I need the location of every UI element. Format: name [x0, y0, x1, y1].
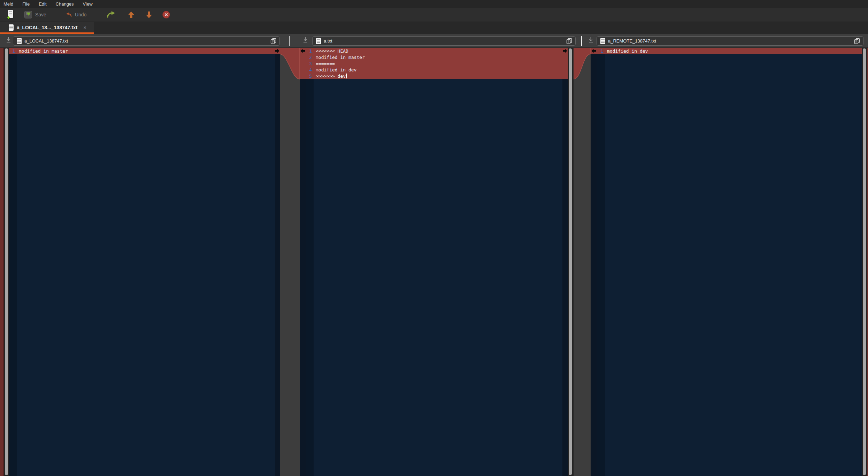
- line-number: 1: [306, 48, 314, 54]
- save-pane-left-button[interactable]: [5, 37, 12, 45]
- editor-right[interactable]: [605, 48, 862, 476]
- pane-separator[interactable]: [289, 36, 290, 46]
- copy-icon: [854, 38, 860, 44]
- line-text: modified in master: [314, 55, 365, 60]
- pane-separator[interactable]: [581, 36, 582, 46]
- filename-left: a_LOCAL_138747.txt: [24, 38, 68, 44]
- save-down-icon: [302, 37, 308, 44]
- middle-pane-rows: 1 <<<<<<< HEAD 2 modified in master 3 ==…: [300, 48, 568, 79]
- new-comparison-button[interactable]: +: [4, 9, 17, 21]
- action-column-left-pane: [275, 48, 280, 476]
- line-number: 4: [306, 67, 314, 72]
- file-selector-right[interactable]: a_REMOTE_138747.txt: [597, 36, 863, 46]
- line-number: 5: [306, 74, 314, 79]
- line-number-gutter-right: [597, 48, 605, 476]
- meld-window: Meld File Edit Changes View + Save Undo: [0, 0, 868, 476]
- push-left-arrow-icon[interactable]: [591, 49, 596, 53]
- previous-change-button[interactable]: [125, 10, 137, 20]
- line-text: modified in dev: [605, 48, 648, 54]
- toolbar: + Save Undo: [0, 8, 868, 22]
- diff-linkmap-left: [280, 48, 300, 476]
- code-line[interactable]: 1 <<<<<<< HEAD: [300, 48, 568, 54]
- scrollbar-left[interactable]: [4, 48, 9, 476]
- line-number: 2: [306, 55, 314, 60]
- next-change-button[interactable]: [143, 10, 155, 20]
- save-pane-right-button[interactable]: [587, 37, 594, 45]
- file-selector-middle[interactable]: a.txt: [312, 36, 576, 46]
- code-line[interactable]: 3 =======: [300, 60, 568, 67]
- chunk-map-left[interactable]: [0, 48, 4, 476]
- save-down-icon: [588, 37, 594, 44]
- save-pane-middle-button[interactable]: [302, 37, 309, 45]
- editor-left[interactable]: [17, 48, 275, 476]
- undo-icon: [66, 11, 72, 18]
- stop-icon: ✕: [162, 11, 170, 18]
- action-column-middle-left: [300, 48, 306, 476]
- redo-button[interactable]: [104, 10, 118, 20]
- file-selector-left[interactable]: a_LOCAL_138747.txt: [13, 36, 280, 46]
- save-label: Save: [35, 12, 46, 17]
- code-line[interactable]: 1 modified in master: [9, 48, 280, 54]
- stop-button[interactable]: ✕: [160, 9, 173, 20]
- menu-meld[interactable]: Meld: [3, 1, 13, 7]
- new-file-icon: +: [7, 10, 14, 19]
- line-number: 1: [597, 48, 605, 54]
- action-column-middle-right: [562, 48, 568, 476]
- line-number: 1: [9, 48, 17, 54]
- push-right-arrow-icon[interactable]: [275, 49, 279, 53]
- tab-merge-file[interactable]: a_LOCAL_13..._138747.txt ×: [0, 22, 94, 33]
- line-text: >>>>>>> dev: [314, 74, 346, 79]
- undo-label: Undo: [75, 12, 86, 17]
- document-icon: [600, 38, 605, 44]
- scrollbar-right[interactable]: [862, 48, 867, 476]
- line-text: modified in master: [17, 48, 68, 54]
- scrollbar-thumb[interactable]: [863, 48, 866, 475]
- menu-file[interactable]: File: [22, 1, 30, 7]
- document-icon: [9, 24, 14, 31]
- pane-header-row: a_LOCAL_138747.txt a.txt: [0, 34, 868, 47]
- filename-right: a_REMOTE_138747.txt: [608, 38, 656, 44]
- comparison-content: 1 modified in master: [0, 47, 868, 476]
- line-text: modified in dev: [314, 67, 356, 72]
- line-text: <<<<<<< HEAD: [314, 48, 348, 54]
- tab-close-icon[interactable]: ×: [83, 24, 86, 30]
- push-left-arrow-icon[interactable]: [300, 49, 305, 53]
- code-line[interactable]: 2 modified in master: [300, 54, 568, 60]
- code-line[interactable]: 1 modified in dev: [591, 48, 862, 54]
- line-number: 3: [306, 61, 314, 66]
- editor-middle[interactable]: [314, 48, 562, 476]
- undo-button[interactable]: Undo: [63, 10, 89, 20]
- filename-middle: a.txt: [324, 38, 332, 44]
- copy-icon: [270, 38, 276, 44]
- arrow-down-icon: [146, 11, 152, 18]
- action-column-right-pane: [591, 48, 597, 476]
- code-line[interactable]: 4 modified in dev: [300, 67, 568, 73]
- menubar: Meld File Edit Changes View: [0, 0, 868, 8]
- save-button[interactable]: Save: [22, 9, 49, 20]
- arrow-up-icon: [128, 11, 134, 18]
- text-cursor: [346, 74, 347, 78]
- document-icon: [17, 38, 22, 44]
- code-line[interactable]: 5 >>>>>>> dev: [300, 73, 568, 79]
- menu-view[interactable]: View: [83, 1, 93, 7]
- redo-icon: [107, 11, 116, 18]
- right-pane-rows: 1 modified in dev: [591, 48, 862, 54]
- left-pane-rows: 1 modified in master: [9, 48, 280, 54]
- tab-title: a_LOCAL_13..._138747.txt: [17, 25, 77, 30]
- tab-bar: a_LOCAL_13..._138747.txt ×: [0, 22, 868, 34]
- document-icon: [316, 38, 321, 44]
- scrollbar-middle[interactable]: [568, 48, 574, 476]
- copy-icon: [566, 38, 572, 44]
- line-text: =======: [314, 61, 335, 66]
- scrollbar-thumb[interactable]: [5, 48, 8, 475]
- diff-linkmap-right: [574, 48, 591, 476]
- menu-edit[interactable]: Edit: [39, 1, 46, 7]
- push-right-arrow-icon[interactable]: [563, 49, 567, 53]
- scrollbar-thumb[interactable]: [569, 48, 572, 475]
- save-down-icon: [6, 37, 11, 44]
- line-number-gutter-middle: [306, 48, 314, 476]
- save-icon: [24, 11, 32, 18]
- menu-changes[interactable]: Changes: [56, 1, 74, 7]
- line-number-gutter-left: [9, 48, 17, 476]
